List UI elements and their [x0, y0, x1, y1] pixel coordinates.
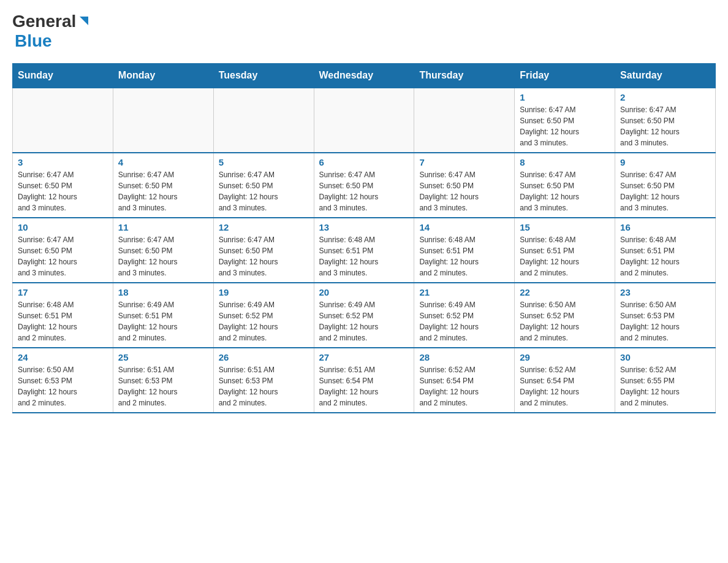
- logo-blue: Blue: [15, 31, 52, 51]
- weekday-header-friday: Friday: [515, 63, 615, 88]
- day-info: Sunrise: 6:48 AM Sunset: 6:51 PM Dayligh…: [419, 234, 509, 278]
- day-number: 2: [620, 92, 710, 102]
- week-row-5: 24Sunrise: 6:50 AM Sunset: 6:53 PM Dayli…: [13, 348, 716, 413]
- day-info: Sunrise: 6:47 AM Sunset: 6:50 PM Dayligh…: [219, 234, 309, 278]
- day-number: 22: [520, 287, 610, 297]
- day-info: Sunrise: 6:47 AM Sunset: 6:50 PM Dayligh…: [18, 169, 108, 213]
- calendar-cell: 24Sunrise: 6:50 AM Sunset: 6:53 PM Dayli…: [13, 348, 113, 413]
- calendar-cell: 8Sunrise: 6:47 AM Sunset: 6:50 PM Daylig…: [515, 153, 615, 218]
- day-number: 28: [419, 352, 509, 362]
- day-number: 26: [219, 352, 309, 362]
- day-number: 19: [219, 287, 309, 297]
- calendar-cell: [113, 88, 213, 153]
- day-number: 20: [319, 287, 409, 297]
- weekday-header-monday: Monday: [113, 63, 213, 88]
- weekday-header-tuesday: Tuesday: [213, 63, 314, 88]
- calendar-cell: [414, 88, 515, 153]
- week-row-4: 17Sunrise: 6:48 AM Sunset: 6:51 PM Dayli…: [13, 283, 716, 348]
- day-info: Sunrise: 6:49 AM Sunset: 6:51 PM Dayligh…: [118, 299, 208, 343]
- day-info: Sunrise: 6:51 AM Sunset: 6:54 PM Dayligh…: [319, 364, 409, 408]
- calendar-cell: 30Sunrise: 6:52 AM Sunset: 6:55 PM Dayli…: [615, 348, 716, 413]
- day-info: Sunrise: 6:52 AM Sunset: 6:55 PM Dayligh…: [620, 364, 710, 408]
- calendar-cell: 11Sunrise: 6:47 AM Sunset: 6:50 PM Dayli…: [113, 218, 213, 283]
- day-info: Sunrise: 6:47 AM Sunset: 6:50 PM Dayligh…: [118, 234, 208, 278]
- calendar-cell: 7Sunrise: 6:47 AM Sunset: 6:50 PM Daylig…: [414, 153, 515, 218]
- calendar-cell: 3Sunrise: 6:47 AM Sunset: 6:50 PM Daylig…: [13, 153, 113, 218]
- calendar-cell: [13, 88, 113, 153]
- day-info: Sunrise: 6:50 AM Sunset: 6:52 PM Dayligh…: [520, 299, 610, 343]
- calendar-cell: 22Sunrise: 6:50 AM Sunset: 6:52 PM Dayli…: [515, 283, 615, 348]
- calendar-cell: 26Sunrise: 6:51 AM Sunset: 6:53 PM Dayli…: [213, 348, 314, 413]
- logo: General Blue: [12, 12, 91, 51]
- week-row-1: 1Sunrise: 6:47 AM Sunset: 6:50 PM Daylig…: [13, 88, 716, 153]
- week-row-2: 3Sunrise: 6:47 AM Sunset: 6:50 PM Daylig…: [13, 153, 716, 218]
- day-info: Sunrise: 6:47 AM Sunset: 6:50 PM Dayligh…: [18, 234, 108, 278]
- day-number: 18: [118, 287, 208, 297]
- day-number: 13: [319, 222, 409, 232]
- day-number: 15: [520, 222, 610, 232]
- calendar-cell: 19Sunrise: 6:49 AM Sunset: 6:52 PM Dayli…: [213, 283, 314, 348]
- day-number: 23: [620, 287, 710, 297]
- day-number: 14: [419, 222, 509, 232]
- day-number: 11: [118, 222, 208, 232]
- day-info: Sunrise: 6:50 AM Sunset: 6:53 PM Dayligh…: [18, 364, 108, 408]
- day-number: 8: [520, 157, 610, 167]
- day-number: 1: [520, 92, 610, 102]
- day-info: Sunrise: 6:47 AM Sunset: 6:50 PM Dayligh…: [319, 169, 409, 213]
- calendar-cell: 9Sunrise: 6:47 AM Sunset: 6:50 PM Daylig…: [615, 153, 716, 218]
- day-info: Sunrise: 6:48 AM Sunset: 6:51 PM Dayligh…: [319, 234, 409, 278]
- day-number: 5: [219, 157, 309, 167]
- day-info: Sunrise: 6:47 AM Sunset: 6:50 PM Dayligh…: [620, 169, 710, 213]
- day-number: 21: [419, 287, 509, 297]
- day-number: 16: [620, 222, 710, 232]
- calendar-cell: 16Sunrise: 6:48 AM Sunset: 6:51 PM Dayli…: [615, 218, 716, 283]
- day-info: Sunrise: 6:47 AM Sunset: 6:50 PM Dayligh…: [219, 169, 309, 213]
- calendar-cell: 6Sunrise: 6:47 AM Sunset: 6:50 PM Daylig…: [314, 153, 414, 218]
- calendar-cell: 27Sunrise: 6:51 AM Sunset: 6:54 PM Dayli…: [314, 348, 414, 413]
- day-info: Sunrise: 6:49 AM Sunset: 6:52 PM Dayligh…: [319, 299, 409, 343]
- logo-general: General: [12, 12, 76, 31]
- day-number: 7: [419, 157, 509, 167]
- day-number: 24: [18, 352, 108, 362]
- calendar-cell: 14Sunrise: 6:48 AM Sunset: 6:51 PM Dayli…: [414, 218, 515, 283]
- day-info: Sunrise: 6:47 AM Sunset: 6:50 PM Dayligh…: [419, 169, 509, 213]
- calendar-cell: 2Sunrise: 6:47 AM Sunset: 6:50 PM Daylig…: [615, 88, 716, 153]
- weekday-header-wednesday: Wednesday: [314, 63, 414, 88]
- calendar-cell: 5Sunrise: 6:47 AM Sunset: 6:50 PM Daylig…: [213, 153, 314, 218]
- day-info: Sunrise: 6:48 AM Sunset: 6:51 PM Dayligh…: [520, 234, 610, 278]
- week-row-3: 10Sunrise: 6:47 AM Sunset: 6:50 PM Dayli…: [13, 218, 716, 283]
- calendar-cell: 12Sunrise: 6:47 AM Sunset: 6:50 PM Dayli…: [213, 218, 314, 283]
- day-number: 30: [620, 352, 710, 362]
- calendar-cell: 25Sunrise: 6:51 AM Sunset: 6:53 PM Dayli…: [113, 348, 213, 413]
- calendar-cell: 17Sunrise: 6:48 AM Sunset: 6:51 PM Dayli…: [13, 283, 113, 348]
- day-number: 9: [620, 157, 710, 167]
- day-info: Sunrise: 6:49 AM Sunset: 6:52 PM Dayligh…: [219, 299, 309, 343]
- day-info: Sunrise: 6:52 AM Sunset: 6:54 PM Dayligh…: [419, 364, 509, 408]
- day-info: Sunrise: 6:52 AM Sunset: 6:54 PM Dayligh…: [520, 364, 610, 408]
- calendar-cell: 28Sunrise: 6:52 AM Sunset: 6:54 PM Dayli…: [414, 348, 515, 413]
- calendar-cell: 10Sunrise: 6:47 AM Sunset: 6:50 PM Dayli…: [13, 218, 113, 283]
- day-info: Sunrise: 6:48 AM Sunset: 6:51 PM Dayligh…: [18, 299, 108, 343]
- day-info: Sunrise: 6:47 AM Sunset: 6:50 PM Dayligh…: [620, 104, 710, 148]
- calendar-cell: [314, 88, 414, 153]
- weekday-header-sunday: Sunday: [13, 63, 113, 88]
- day-number: 25: [118, 352, 208, 362]
- logo-arrow-icon: [77, 15, 91, 29]
- day-number: 29: [520, 352, 610, 362]
- day-number: 3: [18, 157, 108, 167]
- calendar-cell: 15Sunrise: 6:48 AM Sunset: 6:51 PM Dayli…: [515, 218, 615, 283]
- calendar-cell: 1Sunrise: 6:47 AM Sunset: 6:50 PM Daylig…: [515, 88, 615, 153]
- calendar-cell: 21Sunrise: 6:49 AM Sunset: 6:52 PM Dayli…: [414, 283, 515, 348]
- day-number: 10: [18, 222, 108, 232]
- calendar-cell: 13Sunrise: 6:48 AM Sunset: 6:51 PM Dayli…: [314, 218, 414, 283]
- calendar-cell: 29Sunrise: 6:52 AM Sunset: 6:54 PM Dayli…: [515, 348, 615, 413]
- day-number: 17: [18, 287, 108, 297]
- day-info: Sunrise: 6:47 AM Sunset: 6:50 PM Dayligh…: [118, 169, 208, 213]
- svg-marker-0: [80, 17, 88, 25]
- day-info: Sunrise: 6:51 AM Sunset: 6:53 PM Dayligh…: [219, 364, 309, 408]
- calendar-cell: 18Sunrise: 6:49 AM Sunset: 6:51 PM Dayli…: [113, 283, 213, 348]
- day-info: Sunrise: 6:47 AM Sunset: 6:50 PM Dayligh…: [520, 104, 610, 148]
- weekday-header-thursday: Thursday: [414, 63, 515, 88]
- calendar-cell: 20Sunrise: 6:49 AM Sunset: 6:52 PM Dayli…: [314, 283, 414, 348]
- day-info: Sunrise: 6:51 AM Sunset: 6:53 PM Dayligh…: [118, 364, 208, 408]
